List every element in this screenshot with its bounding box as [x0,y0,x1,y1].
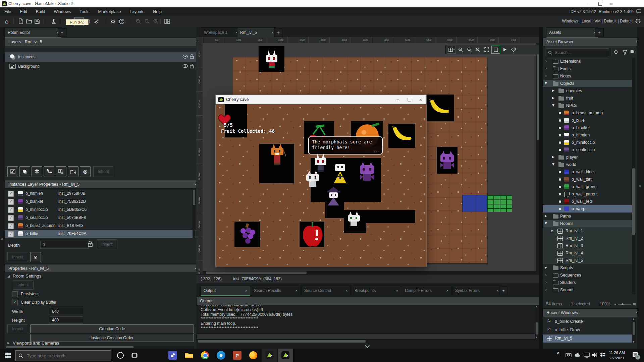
new-project-button[interactable] [17,17,25,25]
tray-onedrive-icon[interactable] [574,352,581,358]
zoom-out-button[interactable] [134,17,143,25]
room-settings-expander[interactable]: ◢ [7,274,10,278]
browser-zoom-slider[interactable] [618,304,631,305]
recent-o-billie-draw[interactable]: ⚐ o_billie: Draw [543,326,632,334]
room-settings-inherit-button[interactable]: Inherit [13,280,34,290]
asset-rm-lvl-2[interactable]: Rm_lvl_2 [543,235,632,242]
taskbar-app-powerpoint[interactable]: P [229,349,245,362]
add-workspace-tab-button[interactable]: + [274,28,283,37]
lock-icon[interactable] [190,64,194,68]
game-window[interactable]: Cherry cave – × [215,95,427,267]
close-icon[interactable]: × [590,31,595,35]
checkbox-checked-icon[interactable]: ✓ [8,215,14,221]
zoom-reset-button[interactable] [143,17,151,25]
add-asset-layer-button[interactable] [56,166,66,177]
add-output-tab-button[interactable]: + [499,286,508,295]
menu-build[interactable]: Build [32,9,50,14]
taskbar-search-box[interactable] [15,350,111,361]
asset-fruit[interactable]: ▶fruit [543,95,632,102]
asset-npcs[interactable]: ▼NPCs [543,102,632,109]
tab-assets[interactable]: Assets× [546,27,598,38]
layer-inherit-button[interactable]: Inherit [93,166,113,177]
clean-button[interactable] [92,17,100,25]
asset-o-hitmien[interactable]: o_hitmien [543,131,632,139]
taskbar-app-edge[interactable]: e [213,349,229,362]
asset-rm-lvl-3[interactable]: Rm_lvl_3 [543,242,632,249]
canvas-vscrollbar[interactable] [536,43,539,271]
close-icon[interactable]: × [292,289,298,293]
clear-display-buffer-checkbox[interactable]: ✓ [12,300,18,305]
instance-row-o-beast-autumn[interactable]: ✓ o_beast_autumn inst_B187E03 [5,222,193,230]
zoom-slider-thumb[interactable] [621,303,624,305]
asset-o-wall-green[interactable]: o_wall_green [543,183,632,190]
asset-o-wall-blue[interactable]: o_wall_blue [543,168,632,176]
asset-o-wall-red[interactable]: o_wall_red [543,198,632,205]
tray-clock[interactable]: 11:26 AM 2/7/2021 [606,350,627,361]
action-center-button[interactable]: 1 [632,352,639,359]
add-instance-layer-button[interactable] [19,166,30,177]
recent-scrollbar[interactable]: ▲ ▼ [632,318,636,343]
eye-visibility-icon[interactable] [182,55,188,59]
tab-compile-errors[interactable]: Compile Errors× [402,286,451,295]
output-vscrollbar[interactable]: ▲ ▼ [535,305,539,339]
collapse-output-icon[interactable] [365,343,370,348]
instance-row-o-blanket[interactable]: ✓ o_blanket inst_75B8212D [5,198,193,206]
output-command-input[interactable] [196,334,536,340]
tray-volume-icon[interactable] [592,352,598,358]
taskbar-app-teams[interactable] [165,349,180,362]
checkbox-checked-icon[interactable]: ✓ [8,191,14,197]
lock-icon[interactable] [190,54,194,59]
add-tab-button[interactable]: + [58,28,66,37]
asset-player[interactable]: ▶player [543,154,632,161]
asset-rm-lvl-5[interactable]: Rm_lvl_5 [543,257,632,264]
save-project-button[interactable] [33,17,41,25]
output-hscrollbar[interactable] [196,340,535,343]
start-button[interactable] [0,349,15,362]
asset-tree-scrollbar[interactable] [632,58,635,294]
canvas-zoom-in-button[interactable] [474,46,482,53]
asset-enemies[interactable]: ▶enemies [543,87,632,95]
open-project-button[interactable] [25,17,33,25]
close-icon[interactable]: × [268,31,274,35]
close-icon[interactable]: × [342,289,348,293]
settings-gear-button[interactable] [109,17,117,25]
close-icon[interactable]: × [242,289,247,293]
collapse-left-panel-icon[interactable]: « [1,237,3,241]
asset-o-wall-dirt[interactable]: o_wall_dirt [543,176,632,183]
asset-paths[interactable]: ▶Paths [543,213,632,220]
output-console[interactable]: DirectX11: Using hardware device Collisi… [196,305,539,334]
asset-rm-lvl-4[interactable]: Rm_lvl_4 [543,249,632,257]
asset-notes[interactable]: ▷Notes [543,72,632,80]
eye-visibility-icon[interactable] [182,64,188,68]
checkbox-checked-icon[interactable]: ✓ [8,199,14,205]
game-minimize-button[interactable]: – [392,95,404,104]
menu-marketplace[interactable]: Marketplace [94,9,125,14]
tab-search-results[interactable]: Search Results× [251,286,301,295]
add-layer-folder-button[interactable] [68,166,78,177]
menu-hamburger-icon[interactable]: ≡ [630,48,634,54]
asset-o-warp-selected[interactable]: o_warp [543,205,632,213]
asset-o-billie[interactable]: o_billie [543,117,632,124]
layout-windows-button[interactable] [163,17,171,25]
window-maximize-button[interactable] [594,0,606,7]
menu-help[interactable]: Help [149,9,166,14]
canvas-zoom-out-button[interactable] [457,46,465,53]
tray-dropbox-icon[interactable] [600,352,606,358]
home-button[interactable]: ⌂ [3,17,11,25]
tab-source-control[interactable]: Source Control× [301,286,351,295]
canvas-run-button[interactable] [501,46,509,53]
left-panel-hscrollbar[interactable] [6,346,194,349]
filter-icon[interactable] [623,50,627,55]
instance-row-o-billie-selected[interactable]: ✓ o_billie inst_70E54C9A [5,230,196,238]
tray-overflow-chevron-icon[interactable]: ^ [557,351,559,357]
taskbar-app-cherry-cave-game[interactable] [278,349,293,362]
viewports-expander[interactable]: ▶ [7,341,10,345]
add-asset-icon[interactable]: ⊕ [614,49,618,55]
tab-syntax-errors[interactable]: Syntax Errors× [452,286,502,295]
clear-inheritance-button[interactable]: ⊗ [30,252,41,262]
asset-shaders[interactable]: ▷Shaders [543,279,632,286]
close-icon[interactable]: × [493,289,499,293]
menu-file[interactable]: File [0,9,15,14]
game-close-button[interactable]: × [415,95,426,104]
asset-sounds[interactable]: ▷Sounds [543,286,632,294]
